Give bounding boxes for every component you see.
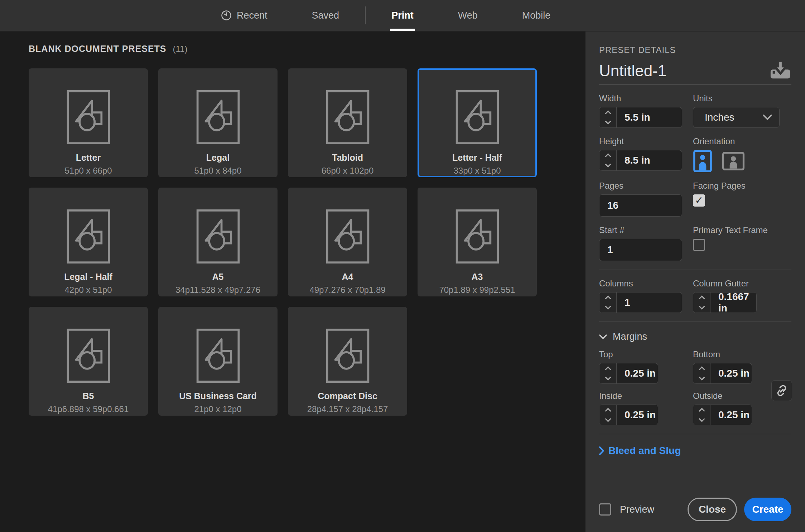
close-button[interactable]: Close bbox=[688, 498, 737, 521]
tab-print[interactable]: Print bbox=[369, 0, 436, 31]
tab-saved[interactable]: Saved bbox=[290, 0, 362, 31]
preset-card-b5[interactable]: B5 41p6.898 x 59p0.661 bbox=[29, 307, 148, 416]
chevron-down-icon bbox=[605, 374, 611, 381]
chevron-up-icon bbox=[699, 295, 705, 301]
column-gutter-stepper[interactable]: 0.1667 in bbox=[693, 292, 757, 313]
document-name-input[interactable]: Untitled-1 bbox=[599, 62, 766, 80]
start-number-input[interactable]: 1 bbox=[599, 239, 682, 261]
start-ptf-row: Start # 1 Primary Text Frame bbox=[599, 225, 791, 261]
primary-text-frame-checkbox[interactable] bbox=[693, 239, 705, 251]
columns-stepper[interactable]: 1 bbox=[599, 292, 682, 313]
preset-dimensions: 28p4.157 x 28p4.157 bbox=[307, 404, 388, 414]
tab-recent[interactable]: Recent bbox=[199, 0, 290, 31]
margin-bottom-increment-button[interactable] bbox=[693, 363, 710, 373]
margin-inside-increment-button[interactable] bbox=[599, 405, 616, 415]
blank-document-icon bbox=[65, 209, 112, 264]
height-increment-button[interactable] bbox=[599, 150, 616, 160]
blank-document-icon bbox=[195, 328, 241, 383]
margin-top-input[interactable]: 0.25 in bbox=[617, 363, 658, 383]
preset-card-letter[interactable]: Letter 51p0 x 66p0 bbox=[29, 68, 148, 177]
preview-checkbox[interactable] bbox=[599, 503, 611, 516]
column-gutter-input[interactable]: 0.1667 in bbox=[710, 292, 756, 313]
facing-pages-checkbox[interactable] bbox=[693, 194, 705, 207]
preset-card-a5[interactable]: A5 34p11.528 x 49p7.276 bbox=[158, 188, 278, 296]
columns-label: Columns bbox=[599, 279, 693, 289]
pages-input[interactable]: 16 bbox=[599, 194, 682, 217]
blank-document-icon bbox=[195, 209, 241, 264]
preset-dimensions: 34p11.528 x 49p7.276 bbox=[175, 285, 260, 295]
preset-card-a4[interactable]: A4 49p7.276 x 70p1.89 bbox=[288, 188, 407, 296]
margin-bottom-stepper[interactable]: 0.25 in bbox=[693, 363, 752, 384]
preset-card-legal[interactable]: Legal 51p0 x 84p0 bbox=[158, 68, 278, 177]
presets-title: BLANK DOCUMENT PRESETS bbox=[29, 44, 167, 54]
preset-card-us-business-card[interactable]: US Business Card 21p0 x 12p0 bbox=[158, 307, 278, 416]
save-preset-icon[interactable] bbox=[769, 61, 791, 81]
width-decrement-button[interactable] bbox=[599, 117, 616, 127]
units-dropdown[interactable]: Inches bbox=[693, 107, 780, 128]
preview-label: Preview bbox=[620, 504, 654, 515]
width-label: Width bbox=[599, 93, 693, 103]
preset-card-compact-disc[interactable]: Compact Disc 28p4.157 x 28p4.157 bbox=[288, 307, 407, 416]
height-input[interactable]: 8.5 in bbox=[617, 150, 682, 170]
pages-facing-row: Pages 16 Facing Pages bbox=[599, 181, 791, 217]
margin-top-increment-button[interactable] bbox=[599, 363, 616, 373]
margin-bottom-input[interactable]: 0.25 in bbox=[710, 363, 752, 383]
create-button[interactable]: Create bbox=[744, 498, 791, 521]
preset-card-a3[interactable]: A3 70p1.89 x 99p2.551 bbox=[418, 188, 537, 296]
chevron-down-icon bbox=[605, 161, 611, 168]
blank-document-icon bbox=[324, 328, 371, 383]
blank-document-icon bbox=[324, 90, 371, 145]
preset-dimensions: 49p7.276 x 70p1.89 bbox=[309, 285, 385, 295]
chevron-down-icon bbox=[605, 416, 611, 422]
action-row: Preview Close Create bbox=[599, 498, 791, 521]
tab-strip: Recent Saved Print Web Mobile bbox=[199, 0, 573, 31]
tab-web[interactable]: Web bbox=[436, 0, 500, 31]
margin-top-stepper[interactable]: 0.25 in bbox=[599, 363, 658, 384]
margin-top-decrement-button[interactable] bbox=[599, 373, 616, 383]
width-units-row: Width 5.5 in Units Inches bbox=[599, 93, 791, 128]
section-divider bbox=[599, 321, 791, 322]
bleed-and-slug-toggle[interactable]: Bleed and Slug bbox=[599, 445, 791, 456]
link-margins-button[interactable] bbox=[771, 380, 792, 401]
units-label: Units bbox=[693, 93, 791, 103]
column-gutter-decrement-button[interactable] bbox=[693, 303, 710, 313]
margin-inside-decrement-button[interactable] bbox=[599, 415, 616, 425]
preset-name: Compact Disc bbox=[318, 391, 377, 401]
width-input[interactable]: 5.5 in bbox=[617, 107, 682, 127]
orientation-portrait-icon[interactable] bbox=[693, 150, 712, 172]
preset-dimensions: 41p6.898 x 59p0.661 bbox=[48, 404, 129, 414]
blank-document-icon bbox=[324, 209, 371, 264]
width-increment-button[interactable] bbox=[599, 107, 616, 117]
blank-document-icon bbox=[195, 90, 241, 145]
pages-label: Pages bbox=[599, 181, 693, 191]
columns-increment-button[interactable] bbox=[599, 292, 616, 303]
presets-header: BLANK DOCUMENT PRESETS (11) bbox=[29, 44, 187, 54]
margin-inside-input[interactable]: 0.25 in bbox=[617, 405, 658, 425]
margin-outside-increment-button[interactable] bbox=[693, 405, 710, 415]
preset-card-legal-half[interactable]: Legal - Half 42p0 x 51p0 bbox=[29, 188, 148, 296]
tab-label: Saved bbox=[312, 10, 339, 21]
preset-card-letter-half[interactable]: Letter - Half 33p0 x 51p0 bbox=[418, 68, 537, 177]
blank-document-icon bbox=[454, 209, 501, 264]
margin-outside-input[interactable]: 0.25 in bbox=[710, 405, 752, 425]
preset-name: US Business Card bbox=[179, 391, 257, 401]
margin-inside-stepper[interactable]: 0.25 in bbox=[599, 405, 658, 425]
columns-input[interactable]: 1 bbox=[617, 292, 682, 313]
column-gutter-increment-button[interactable] bbox=[693, 292, 710, 303]
margin-bottom-decrement-button[interactable] bbox=[693, 373, 710, 383]
margins-section-toggle[interactable]: Margins bbox=[599, 331, 791, 342]
columns-decrement-button[interactable] bbox=[599, 303, 616, 313]
tab-label: Mobile bbox=[522, 10, 551, 21]
height-decrement-button[interactable] bbox=[599, 160, 616, 170]
margin-outside-stepper[interactable]: 0.25 in bbox=[693, 405, 752, 425]
chevron-up-icon bbox=[605, 295, 611, 301]
units-value: Inches bbox=[705, 112, 763, 123]
margin-outside-decrement-button[interactable] bbox=[693, 415, 710, 425]
chevron-down-icon bbox=[699, 374, 705, 381]
height-stepper[interactable]: 8.5 in bbox=[599, 150, 682, 171]
width-stepper[interactable]: 5.5 in bbox=[599, 107, 682, 128]
orientation-landscape-icon[interactable] bbox=[722, 151, 744, 171]
preset-card-tabloid[interactable]: Tabloid 66p0 x 102p0 bbox=[288, 68, 407, 177]
tab-mobile[interactable]: Mobile bbox=[500, 0, 573, 31]
tab-label: Print bbox=[391, 10, 414, 21]
